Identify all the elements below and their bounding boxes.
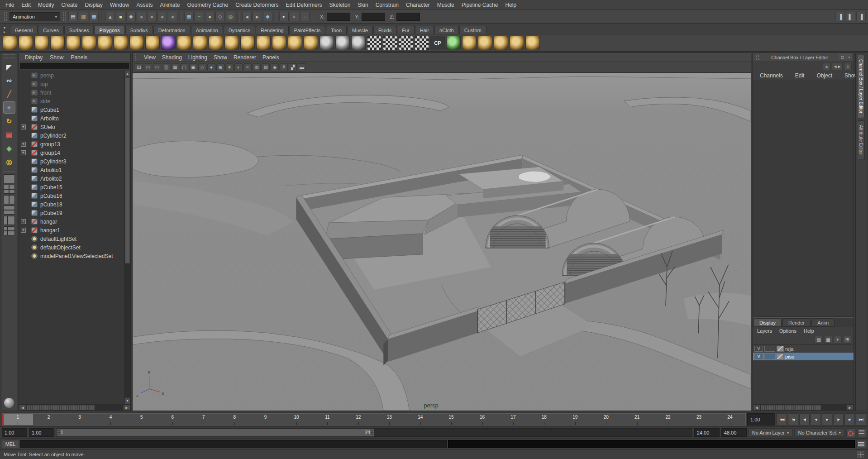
safe-title-icon[interactable]: ▣	[189, 63, 197, 72]
scale-tool[interactable]: ▣	[3, 129, 15, 141]
safe-action-icon[interactable]: ▢	[180, 63, 188, 72]
panel-menu-item[interactable]: Renderer	[230, 53, 259, 62]
shelf-tab[interactable]: Custom	[459, 26, 486, 34]
uv-automatic-mapping-icon[interactable]	[415, 36, 429, 50]
y-coordinate-field[interactable]	[362, 13, 385, 21]
reduce-icon[interactable]	[304, 36, 318, 50]
panel-menu-item[interactable]: Object	[813, 72, 835, 80]
panel-menu-item[interactable]: Channels	[757, 72, 786, 80]
step-forward-key-button[interactable]: |▶	[833, 413, 844, 426]
input-connections-icon[interactable]: ◄	[242, 12, 252, 21]
selection-mask-curves-icon[interactable]: ●	[157, 12, 167, 21]
outliner-item[interactable]: group13	[19, 140, 124, 148]
make-live-icon[interactable]: ◎	[226, 12, 235, 21]
shadows-toggle-icon[interactable]: ◐	[234, 63, 243, 72]
view-camera-settings-icon[interactable]: ▤	[135, 63, 143, 72]
construction-history-icon[interactable]: ◆	[263, 12, 272, 21]
layout-two-pane-stacked[interactable]	[3, 206, 15, 215]
layout-four-pane[interactable]	[3, 185, 15, 194]
menu-item[interactable]: Edit Deformers	[282, 0, 326, 10]
layout-single-pane[interactable]	[3, 174, 15, 183]
bevel-icon[interactable]	[478, 36, 492, 50]
poly-pyramid-icon[interactable]	[114, 36, 128, 50]
menu-item[interactable]: File	[2, 0, 18, 10]
outliner-item[interactable]: front	[19, 88, 124, 97]
anim-layer-selector[interactable]: No Anim Layer ▾	[749, 428, 793, 437]
shelf-tab[interactable]: Hair	[415, 26, 434, 34]
fill-hole-icon[interactable]	[256, 36, 271, 50]
menu-item[interactable]: Create	[57, 0, 81, 10]
menu-item[interactable]: Edit	[18, 0, 34, 10]
soft-modification-tool[interactable]: ◎	[3, 156, 15, 168]
panel-menu-item[interactable]: Help	[803, 328, 815, 334]
boolean-intersection-icon[interactable]	[351, 36, 366, 50]
layers-list-icon[interactable]: ▤	[815, 336, 823, 344]
animation-preferences-icon[interactable]	[857, 428, 866, 437]
outliner-item[interactable]: hangar	[19, 217, 124, 226]
selection-mask-handles-icon[interactable]: ●	[137, 12, 146, 21]
display-layer-row[interactable]: V piso	[753, 353, 854, 360]
extrude-icon[interactable]	[462, 36, 477, 50]
snap-to-plane-icon[interactable]: ◇	[215, 12, 225, 21]
outliner-item[interactable]: Arbolito1	[19, 166, 124, 174]
channel-slider-mode-icon[interactable]: ±	[823, 63, 830, 70]
snap-to-point-icon[interactable]: ●	[205, 12, 215, 21]
sidebar-tab[interactable]: Attribute Editor	[858, 120, 865, 159]
toggle-tool-settings-icon[interactable]: ▌	[846, 12, 855, 21]
expand-toggle-icon[interactable]	[21, 228, 26, 233]
outliner-item[interactable]: side	[19, 97, 124, 105]
extract-icon[interactable]	[240, 36, 255, 50]
shelf-tab[interactable]: General	[10, 26, 38, 34]
poly-cube-icon[interactable]	[19, 36, 33, 50]
panel-menu-item[interactable]: Panels	[259, 53, 282, 62]
lights-mode-icon[interactable]: ☀	[225, 63, 234, 72]
layout-three-pane[interactable]	[3, 226, 15, 235]
menu-item[interactable]: Skeleton	[326, 0, 354, 10]
shelf-tab[interactable]: Deformation	[153, 26, 191, 34]
panel-menu-item[interactable]: Show	[210, 53, 230, 62]
poly-soccer-ball-icon[interactable]	[161, 36, 176, 50]
image-plane-icon[interactable]: ▬	[298, 63, 306, 72]
scrollbar-track[interactable]	[26, 405, 123, 411]
play-forwards-button[interactable]: ▶	[822, 413, 832, 426]
boolean-union-icon[interactable]	[320, 36, 334, 50]
menu-item[interactable]: Geometry Cache	[184, 0, 232, 10]
outliner-item[interactable]: Arbolito2	[19, 174, 124, 183]
layer-editor-tab[interactable]: Anim	[811, 318, 835, 327]
command-input[interactable]	[20, 440, 447, 448]
drag-grip[interactable]	[4, 12, 7, 21]
fog-toggle-icon[interactable]: ≈	[243, 63, 252, 72]
z-coordinate-field[interactable]	[396, 13, 420, 21]
poly-platonic-solids-icon[interactable]	[177, 36, 191, 50]
playback-end-field[interactable]: 24.00	[694, 428, 720, 437]
poly-sphere-icon[interactable]	[3, 36, 17, 50]
bridge-icon[interactable]	[494, 36, 508, 50]
shelf-tab[interactable]: Surfaces	[64, 26, 94, 34]
channel-settings-icon[interactable]: ≡	[844, 63, 852, 70]
sculpt-geometry-tool-icon[interactable]	[193, 36, 207, 50]
outliner-item[interactable]: pCube19	[19, 209, 124, 217]
ipr-render-icon[interactable]: ▹	[290, 12, 299, 21]
uv-spherical-mapping-icon[interactable]	[399, 36, 413, 50]
panel-menu-item[interactable]: Shading	[159, 53, 185, 62]
shelf-tab[interactable]: nCloth	[434, 26, 459, 34]
outliner-item[interactable]: pCube1	[19, 105, 124, 114]
poly-torus-icon[interactable]	[82, 36, 96, 50]
shelf-tab[interactable]: Fur	[397, 26, 415, 34]
outliner-item[interactable]: SUelo	[19, 123, 124, 131]
panel-menu-item[interactable]: Edit	[792, 72, 808, 80]
animation-end-field[interactable]: 48.00	[721, 428, 747, 437]
average-vertices-icon[interactable]	[288, 36, 302, 50]
menu-item[interactable]: Modify	[34, 0, 57, 10]
expand-toggle-icon[interactable]	[21, 142, 26, 147]
outliner-item[interactable]: group14	[19, 148, 124, 157]
resolution-gate-icon[interactable]: ▭	[153, 63, 161, 72]
shelf-tab[interactable]: Curves	[38, 26, 64, 34]
outliner-item[interactable]: defaultObjectSet	[19, 243, 124, 252]
playback-start-field[interactable]: 1.00	[29, 428, 54, 437]
isolate-select-icon[interactable]: ◈	[271, 63, 279, 72]
panel-grip[interactable]	[135, 54, 138, 61]
output-connections-icon[interactable]: ►	[253, 12, 262, 21]
rotate-tool[interactable]: ↻	[3, 115, 15, 127]
select-by-component-icon[interactable]: ◆	[126, 12, 136, 21]
